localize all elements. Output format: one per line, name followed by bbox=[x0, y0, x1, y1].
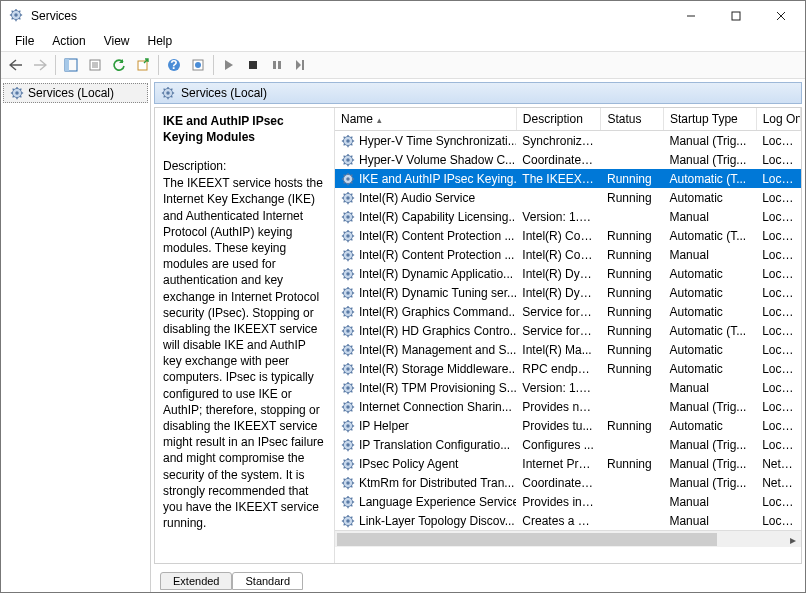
service-description: Provides inf... bbox=[516, 492, 601, 511]
pause-service-button[interactable] bbox=[266, 54, 288, 76]
nav-root-label: Services (Local) bbox=[28, 86, 114, 100]
service-row[interactable]: Intel(R) HD Graphics Contro...Service fo… bbox=[335, 321, 801, 340]
content-header-text: Services (Local) bbox=[181, 86, 267, 100]
service-status bbox=[601, 131, 663, 151]
service-name: Language Experience Service bbox=[359, 495, 516, 509]
gear-icon bbox=[341, 153, 355, 167]
gear-icon bbox=[341, 191, 355, 205]
service-row[interactable]: KtmRm for Distributed Tran...Coordinates… bbox=[335, 473, 801, 492]
service-description: Coordinates... bbox=[516, 473, 601, 492]
gear-icon bbox=[341, 381, 355, 395]
service-row[interactable]: Link-Layer Topology Discov...Creates a N… bbox=[335, 511, 801, 530]
service-name: IP Translation Configuratio... bbox=[359, 438, 510, 452]
services-list[interactable]: Name▴ Description Status Startup Type Lo… bbox=[335, 108, 801, 563]
service-name: Internet Connection Sharin... bbox=[359, 400, 512, 414]
app-icon bbox=[9, 8, 25, 24]
nav-services-local[interactable]: Services (Local) bbox=[3, 83, 148, 103]
service-row[interactable]: Intel(R) Graphics Command...Service for … bbox=[335, 302, 801, 321]
service-startup: Automatic bbox=[663, 340, 756, 359]
service-row[interactable]: Intel(R) Content Protection ...Intel(R) … bbox=[335, 245, 801, 264]
menu-action[interactable]: Action bbox=[44, 32, 93, 50]
gear-icon bbox=[10, 86, 24, 100]
service-startup: Manual (Trig... bbox=[663, 150, 756, 169]
gear-icon bbox=[341, 457, 355, 471]
service-logon: Loca... bbox=[756, 245, 800, 264]
gear-icon bbox=[341, 210, 355, 224]
service-logon: Loca... bbox=[756, 378, 800, 397]
service-description: Internet Pro... bbox=[516, 454, 601, 473]
back-button[interactable] bbox=[5, 54, 27, 76]
minimize-button[interactable] bbox=[668, 2, 713, 31]
service-row[interactable]: Intel(R) Management and S...Intel(R) Ma.… bbox=[335, 340, 801, 359]
service-description: Intel(R) Con... bbox=[516, 226, 601, 245]
gear-icon bbox=[341, 324, 355, 338]
horizontal-scrollbar[interactable]: ◂ ▸ bbox=[335, 530, 801, 547]
gear-icon bbox=[341, 286, 355, 300]
service-row[interactable]: Intel(R) TPM Provisioning S...Version: 1… bbox=[335, 378, 801, 397]
service-row[interactable]: Intel(R) Audio ServiceRunningAutomaticLo… bbox=[335, 188, 801, 207]
services-window: Services File Action View Help ? bbox=[0, 0, 806, 593]
service-row[interactable]: IP HelperProvides tu...RunningAutomaticL… bbox=[335, 416, 801, 435]
menu-view[interactable]: View bbox=[96, 32, 138, 50]
service-status: Running bbox=[601, 264, 663, 283]
show-hide-tree-button[interactable] bbox=[60, 54, 82, 76]
refresh-button[interactable] bbox=[108, 54, 130, 76]
service-description: Intel(R) Dyn... bbox=[516, 283, 601, 302]
service-logon: Loca... bbox=[756, 340, 800, 359]
service-status bbox=[601, 378, 663, 397]
maximize-button[interactable] bbox=[713, 2, 758, 31]
gear-icon bbox=[341, 514, 355, 528]
stop-service-button[interactable] bbox=[242, 54, 264, 76]
service-startup: Manual bbox=[663, 207, 756, 226]
description-text: The IKEEXT service hosts the Internet Ke… bbox=[163, 175, 324, 531]
tab-standard[interactable]: Standard bbox=[232, 572, 303, 590]
service-row[interactable]: Intel(R) Content Protection ...Intel(R) … bbox=[335, 226, 801, 245]
service-row[interactable]: IP Translation Configuratio...Configures… bbox=[335, 435, 801, 454]
window-title: Services bbox=[31, 9, 668, 23]
service-row[interactable]: Intel(R) Capability Licensing...Version:… bbox=[335, 207, 801, 226]
menubar: File Action View Help bbox=[1, 31, 805, 51]
menu-file[interactable]: File bbox=[7, 32, 42, 50]
help-button[interactable]: ? bbox=[163, 54, 185, 76]
service-startup: Automatic bbox=[663, 188, 756, 207]
svg-rect-15 bbox=[65, 59, 69, 71]
close-button[interactable] bbox=[758, 2, 803, 31]
service-status: Running bbox=[601, 188, 663, 207]
svg-point-24 bbox=[195, 62, 201, 68]
service-row[interactable]: IPsec Policy AgentInternet Pro...Running… bbox=[335, 454, 801, 473]
column-description[interactable]: Description bbox=[516, 108, 601, 131]
column-status[interactable]: Status bbox=[601, 108, 663, 131]
service-description bbox=[516, 188, 601, 207]
service-row[interactable]: Hyper-V Time Synchronizati...Synchronize… bbox=[335, 131, 801, 151]
help-topics-button[interactable] bbox=[187, 54, 209, 76]
service-status: Running bbox=[601, 416, 663, 435]
service-row[interactable]: Hyper-V Volume Shadow C...Coordinates...… bbox=[335, 150, 801, 169]
restart-service-button[interactable] bbox=[290, 54, 312, 76]
service-row[interactable]: Internet Connection Sharin...Provides ne… bbox=[335, 397, 801, 416]
service-row[interactable]: Intel(R) Dynamic Tuning ser...Intel(R) D… bbox=[335, 283, 801, 302]
service-name: Hyper-V Time Synchronizati... bbox=[359, 134, 516, 148]
service-startup: Manual (Trig... bbox=[663, 397, 756, 416]
gear-icon bbox=[341, 343, 355, 357]
tab-extended[interactable]: Extended bbox=[160, 572, 232, 590]
service-row[interactable]: Intel(R) Storage Middleware...RPC endpoi… bbox=[335, 359, 801, 378]
service-name: Intel(R) Dynamic Tuning ser... bbox=[359, 286, 516, 300]
service-name: KtmRm for Distributed Tran... bbox=[359, 476, 514, 490]
forward-button[interactable] bbox=[29, 54, 51, 76]
column-startup[interactable]: Startup Type bbox=[663, 108, 756, 131]
service-row[interactable]: IKE and AuthIP IPsec Keying...The IKEEXT… bbox=[335, 169, 801, 188]
properties-button[interactable] bbox=[84, 54, 106, 76]
menu-help[interactable]: Help bbox=[140, 32, 181, 50]
scroll-thumb[interactable] bbox=[337, 533, 717, 546]
column-logon[interactable]: Log On As bbox=[756, 108, 800, 131]
gear-icon bbox=[341, 419, 355, 433]
start-service-button[interactable] bbox=[218, 54, 240, 76]
service-row[interactable]: Language Experience ServiceProvides inf.… bbox=[335, 492, 801, 511]
service-description: Creates a N... bbox=[516, 511, 601, 530]
service-row[interactable]: Intel(R) Dynamic Applicatio...Intel(R) D… bbox=[335, 264, 801, 283]
service-startup: Manual (Trig... bbox=[663, 131, 756, 151]
scroll-right-icon[interactable]: ▸ bbox=[784, 531, 801, 548]
svg-rect-25 bbox=[249, 61, 257, 69]
column-name[interactable]: Name▴ bbox=[335, 108, 516, 131]
export-button[interactable] bbox=[132, 54, 154, 76]
